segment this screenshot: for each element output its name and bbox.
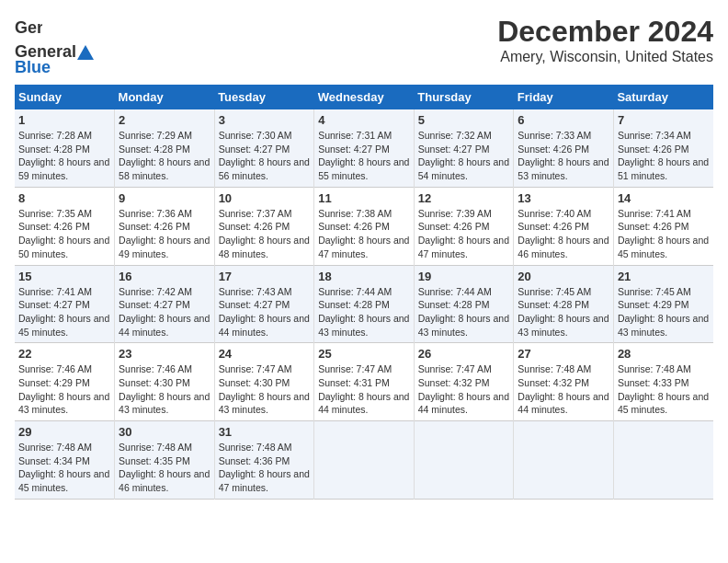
day-number: 23 bbox=[119, 347, 210, 361]
week-row-3: 15 Sunrise: 7:41 AM Sunset: 4:27 PM Dayl… bbox=[15, 265, 713, 343]
day-cell: 17 Sunrise: 7:43 AM Sunset: 4:27 PM Dayl… bbox=[214, 265, 314, 343]
day-info: Sunrise: 7:33 AM Sunset: 4:26 PM Dayligh… bbox=[518, 129, 609, 183]
day-cell: 20 Sunrise: 7:45 AM Sunset: 4:28 PM Dayl… bbox=[514, 265, 614, 343]
day-number: 18 bbox=[318, 270, 410, 283]
day-cell: 26 Sunrise: 7:47 AM Sunset: 4:32 PM Dayl… bbox=[414, 343, 514, 421]
day-number: 22 bbox=[18, 347, 110, 361]
day-number: 19 bbox=[418, 270, 510, 283]
col-header-thursday: Thursday bbox=[414, 85, 514, 109]
svg-marker-1 bbox=[77, 45, 94, 60]
day-info: Sunrise: 7:46 AM Sunset: 4:29 PM Dayligh… bbox=[18, 362, 110, 417]
day-cell: 31 Sunrise: 7:48 AM Sunset: 4:36 PM Dayl… bbox=[214, 421, 314, 500]
day-cell: 25 Sunrise: 7:47 AM Sunset: 4:31 PM Dayl… bbox=[314, 343, 415, 421]
day-info: Sunrise: 7:31 AM Sunset: 4:27 PM Dayligh… bbox=[318, 129, 410, 183]
day-info: Sunrise: 7:47 AM Sunset: 4:32 PM Dayligh… bbox=[418, 362, 510, 417]
day-number: 6 bbox=[518, 113, 609, 127]
day-cell: 22 Sunrise: 7:46 AM Sunset: 4:29 PM Dayl… bbox=[15, 343, 115, 421]
day-info: Sunrise: 7:47 AM Sunset: 4:31 PM Dayligh… bbox=[318, 362, 410, 417]
col-header-saturday: Saturday bbox=[613, 85, 713, 109]
day-number: 27 bbox=[518, 347, 609, 361]
day-number: 24 bbox=[219, 347, 311, 361]
header-row: SundayMondayTuesdayWednesdayThursdayFrid… bbox=[15, 85, 713, 109]
day-number: 25 bbox=[318, 347, 410, 361]
day-cell: 21 Sunrise: 7:45 AM Sunset: 4:29 PM Dayl… bbox=[613, 265, 713, 343]
day-cell: 6 Sunrise: 7:33 AM Sunset: 4:26 PM Dayli… bbox=[514, 109, 614, 187]
day-number: 5 bbox=[418, 113, 510, 127]
logo-blue: Blue bbox=[15, 58, 51, 77]
week-row-1: 1 Sunrise: 7:28 AM Sunset: 4:28 PM Dayli… bbox=[15, 109, 713, 187]
day-info: Sunrise: 7:40 AM Sunset: 4:26 PM Dayligh… bbox=[518, 207, 609, 261]
day-info: Sunrise: 7:46 AM Sunset: 4:30 PM Dayligh… bbox=[119, 362, 210, 417]
day-number: 7 bbox=[618, 113, 710, 127]
day-number: 1 bbox=[18, 113, 110, 127]
col-header-friday: Friday bbox=[514, 85, 614, 109]
day-info: Sunrise: 7:29 AM Sunset: 4:28 PM Dayligh… bbox=[119, 129, 210, 183]
day-cell bbox=[314, 421, 415, 500]
day-number: 11 bbox=[318, 191, 410, 205]
day-number: 31 bbox=[219, 425, 311, 439]
day-cell: 15 Sunrise: 7:41 AM Sunset: 4:27 PM Dayl… bbox=[15, 265, 115, 343]
page-header: General General Blue December 2024 Amery… bbox=[15, 15, 713, 77]
day-info: Sunrise: 7:45 AM Sunset: 4:29 PM Dayligh… bbox=[618, 285, 710, 339]
day-cell: 11 Sunrise: 7:38 AM Sunset: 4:26 PM Dayl… bbox=[314, 187, 415, 265]
col-header-tuesday: Tuesday bbox=[214, 85, 314, 109]
day-cell: 4 Sunrise: 7:31 AM Sunset: 4:27 PM Dayli… bbox=[314, 109, 415, 187]
day-number: 16 bbox=[119, 270, 210, 283]
col-header-sunday: Sunday bbox=[15, 85, 115, 109]
day-cell: 19 Sunrise: 7:44 AM Sunset: 4:28 PM Dayl… bbox=[414, 265, 514, 343]
day-cell: 1 Sunrise: 7:28 AM Sunset: 4:28 PM Dayli… bbox=[15, 109, 115, 187]
week-row-4: 22 Sunrise: 7:46 AM Sunset: 4:29 PM Dayl… bbox=[15, 343, 713, 421]
day-number: 9 bbox=[119, 191, 210, 205]
day-info: Sunrise: 7:43 AM Sunset: 4:27 PM Dayligh… bbox=[219, 285, 311, 339]
day-info: Sunrise: 7:48 AM Sunset: 4:36 PM Dayligh… bbox=[219, 441, 311, 495]
day-number: 8 bbox=[18, 191, 110, 205]
day-cell: 18 Sunrise: 7:44 AM Sunset: 4:28 PM Dayl… bbox=[314, 265, 415, 343]
week-row-5: 29 Sunrise: 7:48 AM Sunset: 4:34 PM Dayl… bbox=[15, 421, 713, 500]
day-info: Sunrise: 7:39 AM Sunset: 4:26 PM Dayligh… bbox=[418, 207, 510, 261]
day-number: 21 bbox=[618, 270, 710, 283]
day-info: Sunrise: 7:30 AM Sunset: 4:27 PM Dayligh… bbox=[219, 129, 311, 183]
day-number: 10 bbox=[219, 191, 311, 205]
day-info: Sunrise: 7:35 AM Sunset: 4:26 PM Dayligh… bbox=[18, 207, 110, 261]
day-info: Sunrise: 7:44 AM Sunset: 4:28 PM Dayligh… bbox=[418, 285, 510, 339]
day-info: Sunrise: 7:38 AM Sunset: 4:26 PM Dayligh… bbox=[318, 207, 410, 261]
day-info: Sunrise: 7:41 AM Sunset: 4:27 PM Dayligh… bbox=[18, 285, 110, 339]
day-cell: 3 Sunrise: 7:30 AM Sunset: 4:27 PM Dayli… bbox=[214, 109, 314, 187]
day-number: 12 bbox=[418, 191, 510, 205]
day-info: Sunrise: 7:48 AM Sunset: 4:33 PM Dayligh… bbox=[618, 362, 710, 417]
day-cell: 2 Sunrise: 7:29 AM Sunset: 4:28 PM Dayli… bbox=[115, 109, 215, 187]
day-number: 26 bbox=[418, 347, 510, 361]
day-number: 30 bbox=[119, 425, 210, 439]
day-cell: 24 Sunrise: 7:47 AM Sunset: 4:30 PM Dayl… bbox=[214, 343, 314, 421]
day-cell: 14 Sunrise: 7:41 AM Sunset: 4:26 PM Dayl… bbox=[613, 187, 713, 265]
day-info: Sunrise: 7:48 AM Sunset: 4:32 PM Dayligh… bbox=[518, 362, 609, 417]
day-info: Sunrise: 7:36 AM Sunset: 4:26 PM Dayligh… bbox=[119, 207, 210, 261]
logo-arrow-icon bbox=[77, 45, 94, 60]
day-number: 14 bbox=[618, 191, 710, 205]
day-cell: 13 Sunrise: 7:40 AM Sunset: 4:26 PM Dayl… bbox=[514, 187, 614, 265]
col-header-monday: Monday bbox=[115, 85, 215, 109]
day-number: 15 bbox=[18, 270, 110, 283]
day-cell bbox=[414, 421, 514, 500]
day-info: Sunrise: 7:42 AM Sunset: 4:27 PM Dayligh… bbox=[119, 285, 210, 339]
day-number: 2 bbox=[119, 113, 210, 127]
svg-text:General: General bbox=[15, 18, 42, 37]
day-number: 20 bbox=[518, 270, 609, 283]
day-cell bbox=[514, 421, 614, 500]
day-info: Sunrise: 7:32 AM Sunset: 4:27 PM Dayligh… bbox=[418, 129, 510, 183]
day-info: Sunrise: 7:48 AM Sunset: 4:34 PM Dayligh… bbox=[18, 441, 110, 495]
day-cell: 9 Sunrise: 7:36 AM Sunset: 4:26 PM Dayli… bbox=[115, 187, 215, 265]
day-cell: 29 Sunrise: 7:48 AM Sunset: 4:34 PM Dayl… bbox=[15, 421, 115, 500]
day-cell: 27 Sunrise: 7:48 AM Sunset: 4:32 PM Dayl… bbox=[514, 343, 614, 421]
day-number: 3 bbox=[219, 113, 311, 127]
day-cell: 28 Sunrise: 7:48 AM Sunset: 4:33 PM Dayl… bbox=[613, 343, 713, 421]
day-number: 28 bbox=[618, 347, 710, 361]
col-header-wednesday: Wednesday bbox=[314, 85, 415, 109]
page-subtitle: Amery, Wisconsin, United States bbox=[497, 49, 713, 65]
day-number: 29 bbox=[18, 425, 110, 439]
day-number: 4 bbox=[318, 113, 410, 127]
day-cell bbox=[613, 421, 713, 500]
page-title: December 2024 bbox=[497, 15, 713, 49]
day-info: Sunrise: 7:47 AM Sunset: 4:30 PM Dayligh… bbox=[219, 362, 311, 417]
day-cell: 23 Sunrise: 7:46 AM Sunset: 4:30 PM Dayl… bbox=[115, 343, 215, 421]
